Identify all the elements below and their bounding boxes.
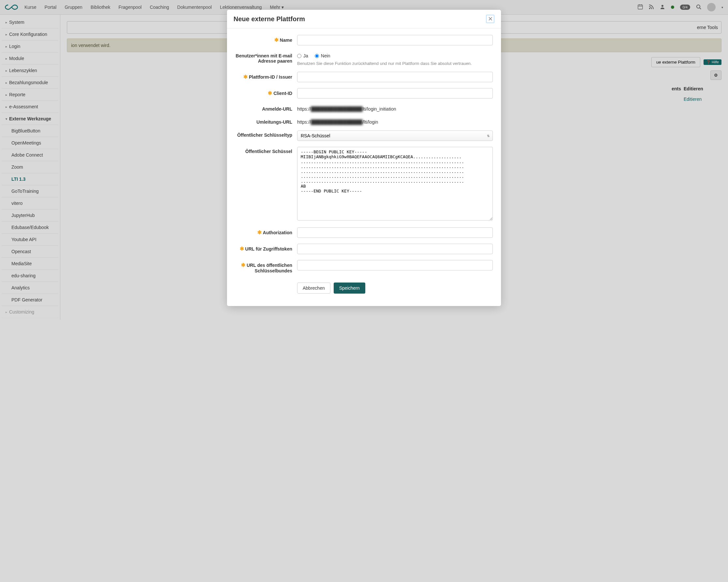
save-button[interactable]: Speichern xyxy=(334,282,365,294)
modal-body: ✱Name Benutzer*innen mit E-mail Adresse … xyxy=(227,28,501,306)
modal-new-platform: Neue externe Plattform ✕ ✱Name Benutzer*… xyxy=(227,10,501,306)
close-icon: ✕ xyxy=(488,16,493,22)
label-pubkey: Öffentlicher Schüssel xyxy=(235,147,297,154)
label-pubkeyset-url: ✱URL des öffentlichen Schlüsselbundes xyxy=(235,260,297,273)
cancel-button[interactable]: Abbrechen xyxy=(297,282,331,294)
pubkey-type-select[interactable]: RSA-Schüssel xyxy=(297,130,493,141)
close-button[interactable]: ✕ xyxy=(486,15,494,23)
pair-email-help: Benutzen Sie diese Funktion zurückhalten… xyxy=(297,61,493,66)
label-redirect-url: Umleitungs-URL xyxy=(235,118,297,125)
authorization-input[interactable] xyxy=(297,227,493,238)
pubkey-textarea[interactable] xyxy=(297,147,493,221)
label-name: ✱Name xyxy=(235,35,297,43)
modal-title: Neue externe Plattform xyxy=(234,15,305,23)
pubkeyset-url-input[interactable] xyxy=(297,260,493,271)
label-login-url: Anmelde-URL xyxy=(235,104,297,111)
token-url-input[interactable] xyxy=(297,244,493,254)
redirect-url-value: https://████████████████/lti/login xyxy=(297,118,493,125)
radio-yes[interactable]: Ja xyxy=(297,53,308,58)
platform-id-input[interactable] xyxy=(297,72,493,82)
label-client-id: ✱Client-ID xyxy=(235,88,297,96)
name-input[interactable] xyxy=(297,35,493,45)
modal-header: Neue externe Plattform ✕ xyxy=(227,10,501,28)
radio-no[interactable]: Nein xyxy=(315,53,331,58)
label-pair-email: Benutzer*innen mit E-mail Adresse paaren xyxy=(235,51,297,64)
label-token-url: ✱URL für Zugriffstoken xyxy=(235,244,297,252)
label-platform-id: ✱Plattform-ID / Issuer xyxy=(235,72,297,80)
label-pubkey-type: Öffentlicher Schlüsseltyp xyxy=(235,130,297,138)
label-authorization: ✱Authorization xyxy=(235,227,297,235)
client-id-input[interactable] xyxy=(297,88,493,99)
login-url-value: https://████████████████lti/login_initia… xyxy=(297,104,493,111)
